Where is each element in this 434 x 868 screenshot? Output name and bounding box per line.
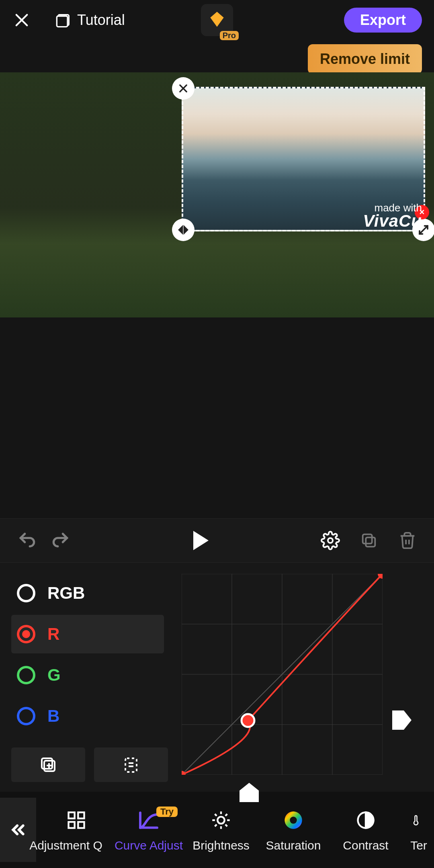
paste-adjust-button[interactable] <box>94 747 168 782</box>
tutorial-button[interactable]: Tutorial <box>55 12 125 29</box>
tool-contrast[interactable]: Contrast <box>330 807 402 852</box>
channel-label: RGB <box>47 583 85 603</box>
svg-point-35 <box>217 817 224 823</box>
tool-label: Contrast <box>343 839 388 852</box>
tool-label: Curve Adjust <box>115 839 183 852</box>
channel-label: B <box>47 706 59 726</box>
svg-marker-7 <box>178 225 183 234</box>
rgb-channel-icon <box>17 584 35 602</box>
redo-button[interactable] <box>49 529 72 552</box>
channel-g[interactable]: G <box>11 656 164 694</box>
tool-temperature[interactable]: Ter <box>402 807 430 852</box>
pro-badge[interactable]: Pro <box>201 4 233 36</box>
svg-line-41 <box>225 825 227 827</box>
svg-line-40 <box>215 814 217 816</box>
svg-line-42 <box>215 825 217 827</box>
svg-marker-4 <box>210 12 223 27</box>
temperature-icon <box>410 807 422 833</box>
channel-b[interactable]: B <box>11 697 164 735</box>
delete-button[interactable] <box>397 530 418 551</box>
tutorial-icon <box>55 12 72 28</box>
g-channel-icon <box>17 666 35 684</box>
toolstrip-collapse[interactable] <box>0 798 36 862</box>
svg-rect-11 <box>366 537 375 547</box>
overlay-clip[interactable]: × made with VivaCu <box>182 87 425 231</box>
tutorial-label: Tutorial <box>77 12 125 29</box>
tool-saturation[interactable]: Saturation <box>257 807 330 852</box>
contrast-icon <box>355 807 376 833</box>
export-button[interactable]: Export <box>344 8 422 33</box>
svg-point-23 <box>242 714 254 727</box>
settings-button[interactable] <box>320 530 341 551</box>
tool-label: Brightness <box>192 839 250 852</box>
overlay-delete-handle[interactable] <box>172 77 194 100</box>
svg-rect-12 <box>363 534 372 544</box>
svg-rect-31 <box>69 813 75 819</box>
svg-rect-34 <box>78 822 84 828</box>
svg-point-45 <box>290 817 297 823</box>
adjustment-icon <box>66 807 87 833</box>
svg-rect-33 <box>69 822 75 828</box>
channel-label: R <box>47 624 59 644</box>
preview-canvas[interactable]: × made with VivaCu <box>0 72 434 317</box>
svg-rect-25 <box>42 758 52 769</box>
brightness-icon <box>211 807 231 833</box>
overlay-flip-handle[interactable] <box>172 219 194 241</box>
tool-label: Ter <box>410 839 427 852</box>
b-channel-icon <box>17 707 35 725</box>
svg-marker-8 <box>184 225 188 234</box>
undo-button[interactable] <box>16 529 39 552</box>
curve-y-marker[interactable] <box>392 710 411 730</box>
tool-label: Adjustment Q <box>29 839 102 852</box>
tool-curve-adjust[interactable]: Try Curve Adjust <box>113 807 185 852</box>
close-button[interactable] <box>12 10 31 30</box>
channel-r[interactable]: R <box>11 615 164 653</box>
tool-brightness[interactable]: Brightness <box>185 807 257 852</box>
clone-button[interactable] <box>358 530 379 551</box>
copy-adjust-button[interactable] <box>11 747 85 782</box>
channel-rgb[interactable]: RGB <box>11 574 164 612</box>
svg-rect-3 <box>57 16 68 27</box>
tool-label: Saturation <box>266 839 321 852</box>
try-badge: Try <box>156 807 178 817</box>
r-channel-icon <box>17 625 35 643</box>
diamond-icon <box>207 9 227 31</box>
remove-limit-button[interactable]: Remove limit <box>308 44 422 74</box>
tool-adjustment[interactable]: Adjustment Q <box>40 807 113 852</box>
pro-label: Pro <box>220 31 239 40</box>
watermark-brand: VivaCu <box>363 211 422 231</box>
curve-editor[interactable]: 83,66 <box>182 574 383 775</box>
svg-line-43 <box>225 814 227 816</box>
play-button[interactable] <box>193 531 209 550</box>
svg-rect-32 <box>78 813 84 819</box>
channel-label: G <box>47 665 61 685</box>
saturation-icon <box>283 807 304 833</box>
svg-point-10 <box>328 538 333 543</box>
svg-rect-28 <box>125 758 137 772</box>
